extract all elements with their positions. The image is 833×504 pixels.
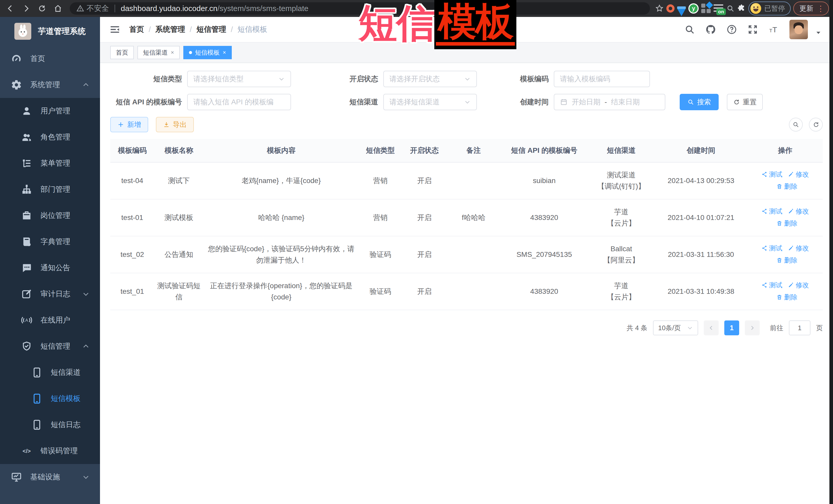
delete-link[interactable]: 删除 (776, 181, 798, 192)
sidebar-item-label: 岗位管理 (41, 211, 70, 221)
extension-grid-icon[interactable] (701, 4, 711, 13)
page-number-1[interactable]: 1 (724, 320, 739, 335)
extension-yudao-icon[interactable]: y (688, 3, 699, 14)
sms-type-select[interactable]: 请选择短信类型 (187, 71, 291, 87)
sidebar-item-dept-mgmt[interactable]: 部门管理 (0, 176, 100, 202)
pagination: 共 4 条 10条/页 1 前往 页 (110, 320, 823, 335)
template-code-input[interactable] (554, 71, 650, 87)
fullscreen-icon[interactable] (747, 24, 758, 35)
goto-page-input[interactable] (789, 320, 810, 335)
tab-sms-template[interactable]: 短信模板 × (183, 46, 232, 59)
bookmark-star-icon[interactable] (655, 4, 664, 13)
cell-code: test-01 (110, 199, 154, 236)
col-header: 备注 (447, 139, 500, 162)
test-link[interactable]: 测试 (761, 242, 783, 254)
sidebar-item-menu-mgmt[interactable]: 菜单管理 (0, 150, 100, 176)
status-select[interactable]: 请选择开启状态 (383, 71, 477, 87)
sidebar-item-label: 短信日志 (51, 419, 80, 430)
sidebar-item-home[interactable]: 首页 (0, 46, 100, 72)
next-page-button[interactable] (745, 320, 760, 335)
cell-content: 老鸡{name}，牛逼{code} (204, 162, 359, 199)
sidebar-item-sms-template[interactable]: 短信模板 (0, 386, 100, 412)
channel-select[interactable]: 请选择短信渠道 (383, 94, 477, 110)
edit-link[interactable]: 修改 (788, 206, 809, 217)
edit-link[interactable]: 修改 (788, 242, 809, 254)
browser-back-button[interactable] (4, 2, 17, 15)
prev-page-button[interactable] (704, 320, 719, 335)
close-icon[interactable]: × (223, 49, 226, 56)
security-status[interactable]: 不安全 (76, 3, 109, 14)
sidebar-item-announcement[interactable]: 通知公告 (0, 255, 100, 281)
github-icon[interactable] (705, 24, 716, 35)
pencil-icon (788, 208, 794, 214)
col-header: 短信渠道 (588, 139, 654, 162)
delete-link[interactable]: 删除 (776, 255, 798, 266)
browser-profile-button[interactable]: 已暂停 (748, 2, 791, 16)
address-bar[interactable]: 不安全 dashboard.yudao.iocoder.cn/system/sm… (70, 2, 650, 15)
browser-menu-dots-icon[interactable]: ⋮ (817, 4, 825, 13)
tab-home[interactable]: 首页 (110, 46, 134, 59)
caret-down-icon[interactable] (815, 29, 822, 36)
export-button[interactable]: 导出 (156, 117, 194, 132)
api-template-id-input[interactable] (187, 94, 291, 110)
phone-icon (31, 367, 43, 378)
close-icon[interactable]: × (171, 49, 174, 56)
extension-orange-icon[interactable] (666, 4, 674, 13)
create-time-range-picker[interactable]: 开始日期 - 结束日期 (554, 94, 665, 110)
sidebar-item-sms-log[interactable]: 短信日志 (0, 412, 100, 438)
warning-icon (76, 5, 84, 12)
user-avatar[interactable] (789, 20, 808, 39)
browser-update-button[interactable]: 更新 ⋮ (793, 2, 829, 16)
sidebar-item-error-code[interactable]: 错误码管理 (0, 438, 100, 464)
extension-list-icon[interactable]: on (714, 4, 724, 13)
sidebar-item-post-mgmt[interactable]: 岗位管理 (0, 202, 100, 229)
sidebar-toggle-hamburger-icon[interactable] (109, 24, 120, 35)
sidebar-item-infrastructure[interactable]: 基础设施 (0, 464, 100, 490)
edit-link[interactable]: 修改 (788, 169, 809, 180)
col-header: 模板内容 (204, 139, 359, 162)
breadcrumb-item[interactable]: 系统管理 (156, 24, 185, 34)
breadcrumb-item[interactable]: 首页 (129, 24, 144, 34)
search-button[interactable]: 搜索 (680, 94, 719, 110)
chevron-left-icon (708, 325, 714, 331)
extensions-puzzle-icon[interactable] (737, 4, 746, 13)
browser-forward-button[interactable] (20, 2, 33, 15)
font-size-icon[interactable] (768, 24, 779, 35)
test-link[interactable]: 测试 (761, 280, 783, 291)
sidebar-item-role-mgmt[interactable]: 角色管理 (0, 124, 100, 150)
sidebar-logo[interactable]: 芋道管理系统 (0, 17, 100, 46)
breadcrumb-item[interactable]: 短信管理 (196, 24, 226, 34)
trash-icon (776, 220, 783, 226)
sidebar-item-user-mgmt[interactable]: 用户管理 (0, 98, 100, 124)
tab-sms-channel[interactable]: 短信渠道 × (137, 46, 180, 59)
toggle-search-button[interactable] (789, 118, 803, 131)
extension-magnifier-icon[interactable] (727, 4, 735, 13)
page-size-select[interactable]: 10条/页 (653, 320, 698, 335)
reset-button[interactable]: 重置 (727, 94, 763, 110)
cell-name: 测试下 (154, 162, 204, 199)
refresh-icon (733, 99, 740, 105)
sidebar-item-online-users[interactable]: 在线用户 (0, 307, 100, 333)
trash-icon (776, 183, 783, 189)
test-link[interactable]: 测试 (761, 206, 783, 217)
help-icon[interactable] (727, 24, 737, 35)
browser-reload-button[interactable] (35, 2, 49, 15)
channel-label: 短信渠道 (291, 97, 383, 107)
table-row: test-01 测试模板 哈哈哈 {name} 营销 开启 f哈哈哈 43839… (110, 199, 823, 236)
refresh-table-button[interactable] (809, 118, 823, 131)
sms-template-table: 模板编码 模板名称 模板内容 短信类型 开启状态 备注 短信 API 的模板编号… (110, 139, 823, 310)
sidebar-item-system[interactable]: 系统管理 (0, 72, 100, 98)
test-link[interactable]: 测试 (761, 169, 783, 180)
sidebar-item-dict-mgmt[interactable]: 字典管理 (0, 229, 100, 255)
delete-link[interactable]: 删除 (776, 218, 798, 229)
search-icon[interactable] (684, 24, 695, 35)
sidebar-item-sms-channel[interactable]: 短信渠道 (0, 359, 100, 386)
delete-link[interactable]: 删除 (776, 291, 798, 303)
extension-gem-icon[interactable] (677, 1, 686, 16)
sidebar-item-sms-mgmt[interactable]: 短信管理 (0, 333, 100, 359)
edit-link[interactable]: 修改 (788, 280, 809, 291)
sidebar-item-audit-log[interactable]: 审计日志 (0, 281, 100, 307)
cell-actions: 测试 修改 删除 (747, 236, 823, 273)
browser-home-button[interactable] (51, 2, 65, 15)
add-button[interactable]: 新增 (110, 117, 148, 132)
